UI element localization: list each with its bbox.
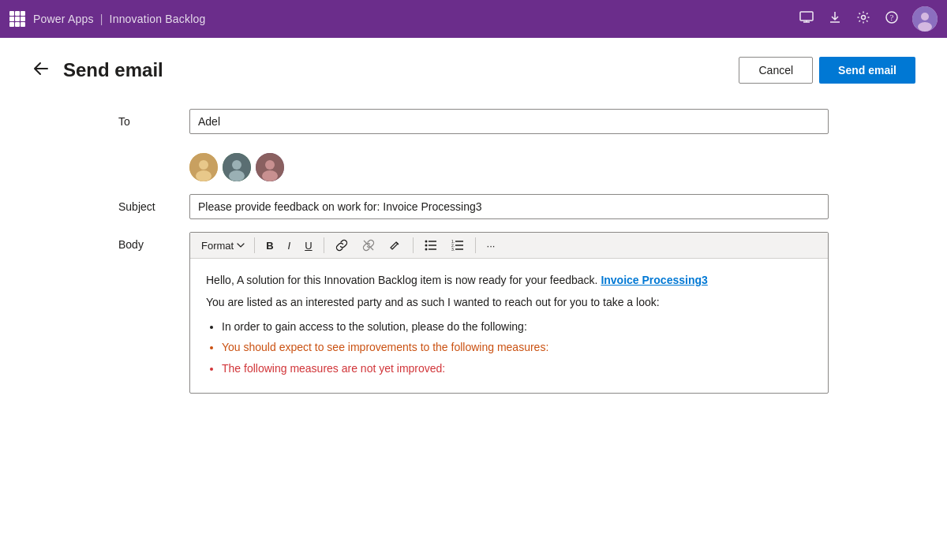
waffle-icon[interactable] (9, 11, 25, 27)
svg-point-24 (425, 248, 427, 251)
svg-point-15 (229, 170, 245, 181)
to-input[interactable] (189, 109, 829, 134)
user-avatar[interactable] (912, 6, 938, 32)
link-button[interactable] (329, 236, 354, 255)
header-left: Send email (32, 59, 163, 81)
format-dropdown[interactable]: Format (197, 237, 249, 255)
screen-icon[interactable] (799, 10, 814, 28)
recipients-row (118, 147, 829, 181)
send-email-button[interactable]: Send email (819, 57, 915, 84)
body-label: Body (118, 232, 189, 251)
svg-rect-0 (800, 12, 813, 21)
recipient-avatar-2[interactable] (223, 153, 251, 181)
to-field (189, 109, 829, 134)
svg-point-12 (196, 170, 211, 181)
invoice-link[interactable]: Invoice Processing3 (601, 274, 707, 286)
svg-point-18 (262, 170, 278, 181)
back-button[interactable] (32, 61, 51, 80)
body-row: Body Format B I U (118, 232, 829, 394)
topbar: Power Apps|Innovation Backlog ? (0, 0, 947, 38)
svg-point-4 (862, 16, 866, 20)
subject-label: Subject (118, 194, 189, 213)
bullet-item-3: The following measures are not yet impro… (222, 360, 812, 377)
subject-input[interactable] (189, 194, 829, 219)
header-buttons: Cancel Send email (739, 57, 915, 84)
subject-field (189, 194, 829, 219)
main-content: Send email Cancel Send email To (0, 38, 947, 560)
bullet-item-1: In order to gain access to the solution,… (222, 318, 812, 335)
svg-point-9 (918, 22, 932, 32)
form-area: To Subject (118, 109, 829, 394)
bold-button[interactable]: B (260, 237, 279, 255)
editor-container: Format B I U (189, 232, 829, 394)
svg-point-17 (265, 160, 275, 170)
format-label: Format (201, 240, 234, 252)
page-title: Send email (63, 59, 163, 81)
svg-point-20 (425, 241, 427, 243)
topbar-left: Power Apps|Innovation Backlog (9, 11, 205, 27)
bullet-item-2: You should expect to see improvements to… (222, 338, 812, 356)
recipient-avatar-1[interactable] (189, 153, 218, 181)
header-row: Send email Cancel Send email (32, 57, 915, 84)
body-line-2: You are listed as an interested party an… (206, 293, 812, 311)
toolbar-divider-2 (324, 237, 324, 253)
subject-row: Subject (118, 194, 829, 219)
editor-toolbar: Format B I U (190, 233, 828, 259)
highlight-button[interactable] (383, 236, 408, 255)
body-bullet-list: In order to gain access to the solution,… (222, 318, 812, 377)
unlink-button[interactable] (356, 236, 381, 255)
bullet-list-button[interactable] (418, 237, 444, 254)
svg-point-14 (232, 160, 241, 170)
cancel-button[interactable]: Cancel (739, 57, 813, 84)
svg-text:?: ? (890, 13, 894, 22)
svg-point-22 (425, 245, 427, 247)
svg-point-8 (921, 13, 929, 21)
help-icon[interactable]: ? (884, 11, 900, 27)
editor-body[interactable]: Hello, A solution for this Innovation Ba… (190, 259, 828, 393)
to-label: To (118, 109, 189, 128)
toolbar-divider-3 (413, 237, 414, 253)
topbar-right: ? (799, 6, 938, 32)
recipient-avatar-3[interactable] (256, 153, 284, 181)
more-options-button[interactable]: ··· (481, 237, 502, 255)
numbered-list-button[interactable]: 1.2.3. (445, 237, 470, 254)
download-icon[interactable] (827, 11, 843, 27)
svg-text:3.: 3. (451, 247, 455, 251)
body-line-1: Hello, A solution for this Innovation Ba… (206, 271, 812, 289)
to-row: To (118, 109, 829, 134)
svg-point-11 (199, 160, 208, 170)
toolbar-divider-4 (475, 237, 476, 253)
underline-button[interactable]: U (298, 237, 318, 255)
toolbar-divider-1 (254, 237, 255, 253)
italic-button[interactable]: I (282, 237, 298, 255)
settings-icon[interactable] (855, 10, 871, 28)
topbar-title: Power Apps|Innovation Backlog (33, 13, 205, 25)
body-field: Format B I U (189, 232, 829, 394)
recipient-avatars (189, 153, 284, 181)
